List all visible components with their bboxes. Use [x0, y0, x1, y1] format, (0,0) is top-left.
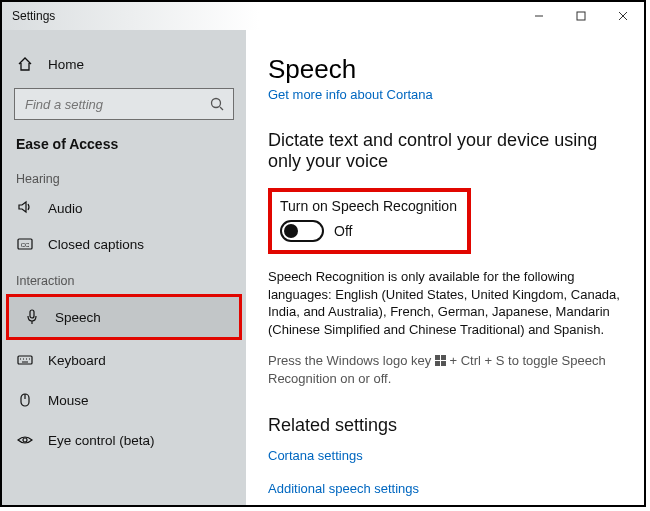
sidebar-mouse-label: Mouse [48, 393, 89, 408]
search-field[interactable] [23, 96, 209, 113]
sidebar: Home Ease of Access Hearing Audio [2, 30, 246, 505]
content-pane: Speech Get more info about Cortana Dicta… [246, 30, 644, 505]
speaker-icon [16, 198, 34, 216]
home-icon [16, 55, 34, 73]
sidebar-keyboard[interactable]: Keyboard [2, 340, 246, 380]
cortana-info-link[interactable]: Get more info about Cortana [268, 87, 622, 102]
toggle-label: Turn on Speech Recognition [280, 198, 457, 214]
window-title: Settings [12, 9, 55, 23]
sidebar-eye-control[interactable]: Eye control (beta) [2, 420, 246, 460]
sidebar-audio[interactable]: Audio [2, 192, 246, 224]
cc-icon: CC [16, 235, 34, 253]
highlight-toggle: Turn on Speech Recognition Off [268, 188, 471, 254]
shortcut-hint: Press the Windows logo key + Ctrl + S to… [268, 352, 622, 387]
additional-speech-link[interactable]: Additional speech settings [268, 481, 622, 496]
sidebar-home-label: Home [48, 57, 84, 72]
highlight-speech-sidebar: Speech [6, 294, 242, 340]
availability-text: Speech Recognition is only available for… [268, 268, 622, 338]
eye-icon [16, 431, 34, 449]
keyboard-icon [16, 351, 34, 369]
sidebar-closed-captions[interactable]: CC Closed captions [2, 224, 246, 264]
svg-text:CC: CC [21, 242, 30, 248]
sidebar-cc-label: Closed captions [48, 237, 144, 252]
titlebar: Settings [2, 2, 644, 30]
svg-line-5 [220, 107, 223, 110]
group-interaction: Interaction [2, 264, 246, 294]
svg-rect-1 [577, 12, 585, 20]
sidebar-home[interactable]: Home [2, 44, 246, 84]
svg-rect-8 [30, 310, 34, 318]
svg-rect-21 [435, 361, 440, 366]
windows-logo-icon [435, 355, 446, 366]
cortana-settings-link[interactable]: Cortana settings [268, 448, 622, 463]
svg-point-4 [212, 99, 221, 108]
search-input[interactable] [14, 88, 234, 120]
sidebar-speech-label: Speech [55, 310, 101, 325]
svg-rect-10 [18, 356, 32, 364]
search-icon [209, 96, 225, 112]
maximize-button[interactable] [560, 2, 602, 30]
related-settings-heading: Related settings [268, 415, 622, 436]
toggle-state: Off [334, 223, 352, 239]
mouse-icon [16, 391, 34, 409]
close-button[interactable] [602, 2, 644, 30]
speech-recognition-toggle[interactable] [280, 220, 324, 242]
dictate-heading: Dictate text and control your device usi… [268, 130, 622, 172]
ease-of-access-heading: Ease of Access [2, 130, 246, 162]
sidebar-speech[interactable]: Speech [9, 297, 239, 337]
microphone-icon [23, 308, 41, 326]
page-title: Speech [268, 54, 622, 85]
window-controls [518, 2, 644, 30]
svg-point-18 [23, 438, 27, 442]
sidebar-eye-label: Eye control (beta) [48, 433, 155, 448]
svg-rect-19 [435, 355, 440, 360]
toggle-knob [284, 224, 298, 238]
group-hearing: Hearing [2, 162, 246, 192]
minimize-button[interactable] [518, 2, 560, 30]
sidebar-keyboard-label: Keyboard [48, 353, 106, 368]
sidebar-audio-label: Audio [48, 201, 83, 216]
sidebar-mouse[interactable]: Mouse [2, 380, 246, 420]
